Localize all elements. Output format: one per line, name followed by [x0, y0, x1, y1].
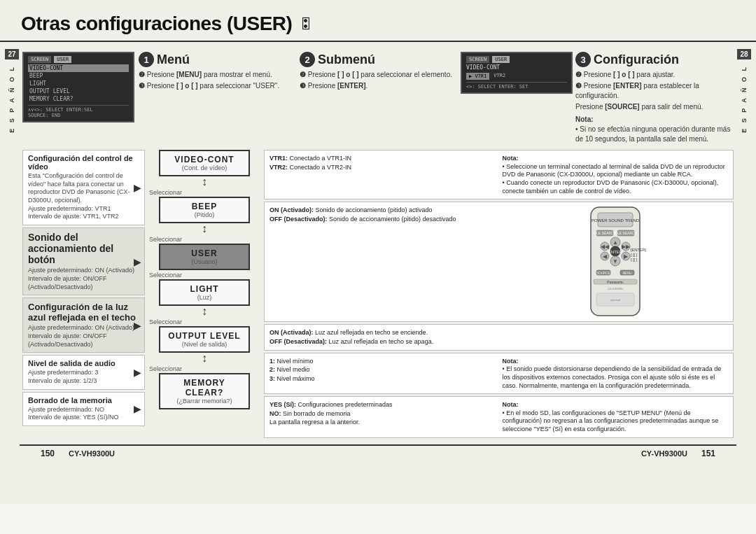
bottom-bar: 150 CY-VH9300U CY-VH9300U 151 [20, 444, 736, 461]
menu-section-light-arrow: ▶ [134, 320, 141, 331]
submenu-output-arrow: ↕ [159, 353, 250, 364]
bottom-left: 150 CY-VH9300U [41, 449, 115, 458]
svg-text:▶: ▶ [624, 253, 629, 260]
svg-text:FILE SEARCH: FILE SEARCH [614, 231, 637, 235]
submenu-beep-select: Seleccionar [149, 189, 182, 196]
submenu-light-title: LIGHT [166, 284, 243, 294]
submenu-memory-block: Seleccionar MEMORY CLEAR? (¿Barrar memor… [149, 365, 260, 409]
config-output-right: Nota: • El sonido puede distorsionarse d… [503, 357, 729, 391]
screen2-tab-user: USER [492, 56, 510, 63]
screen1: SCREEN USER VIDEO-CONT BEEP LIGHT OUTPUT… [22, 52, 134, 122]
config-beep-right: POWER SOUND TREND FILE SEARCH FILE SEARC… [503, 206, 729, 318]
step3-number: 3 [575, 52, 591, 67]
lower-section: Configuración del control de vídeo Esta … [20, 150, 736, 440]
config-beep-left: ON (Activado): Sonido de accionamiento (… [270, 206, 496, 318]
nota-videocont-text: • Seleccione un terminal conectado al te… [503, 163, 729, 196]
screen1-tab-screen: SCREEN [28, 56, 51, 63]
screen1-item-videocont: VIDEO-CONT [28, 64, 129, 72]
config-output-left: 1: Nivel mínimo 2: Nivel medio 3: Nivel … [270, 357, 496, 391]
submenu-beep-box: BEEP (Pitido) [159, 197, 250, 223]
step3-label: Configuración [594, 52, 679, 67]
step3-nota: Nota:• Si no se efectúa ninguna operació… [575, 115, 734, 144]
config-videocont: VTR1: Conectado a VTR1-IN VTR2: Conectad… [264, 150, 734, 199]
vtr2-item: VTR2: Conectado a VTR2-IN [270, 163, 496, 172]
menu-section-light: Configuración de la luzazul reflejada en… [22, 297, 145, 353]
svg-text:MENU: MENU [622, 272, 631, 275]
right-vertical-label: E S P A Ñ O L [741, 65, 748, 133]
menu-section-beep-arrow: ▶ [134, 256, 141, 267]
menu-section-memory-arrow: ▶ [134, 403, 141, 414]
screen2-footer: <>: SELECT ENTER: SET [466, 82, 567, 90]
submenu-output-title: OUTPUT LEVEL [166, 331, 243, 341]
step2-inst2: ❸ Presione [ENTER]. [300, 81, 458, 91]
svg-text:FILE SEARCH: FILE SEARCH [593, 231, 616, 235]
steps-row: 1 Menú ❷ Presione [MENU] para mostrar el… [139, 52, 734, 146]
config-light: ON (Activada): Luz azul reflejada en tec… [264, 324, 734, 350]
memory-no: NO: Sin borrado de memoriaLa pantalla re… [270, 409, 496, 427]
remote-icon: 🎛 [299, 16, 313, 32]
submenu-light-select: Seleccionar [149, 272, 182, 279]
output-1: 1: Nivel mínimo [270, 357, 496, 366]
svg-text:▶▶: ▶▶ [622, 244, 631, 250]
screen2-vtr2: VTR2 [493, 73, 505, 80]
submenu-videocont-block: VIDEO-CONT (Cont. de vídeo) ↕ [149, 150, 260, 188]
config-memory: YES (Sí): Configuraciones predeterminada… [264, 396, 734, 438]
step2-label: Submenú [318, 52, 375, 67]
submenu-output-select: Seleccionar [149, 318, 182, 325]
right-page-num: 28 [737, 49, 751, 59]
svg-text:[ ][ ]: [ ][ ] [631, 253, 638, 257]
submenu-videocont-arrow: ↕ [159, 176, 250, 188]
page-header: Otras configuraciones (USER) 🎛 [0, 0, 756, 42]
nota-output-text: • El sonido puede distorsionarse dependi… [503, 365, 729, 390]
output-2: 2: Nivel medio [270, 365, 496, 374]
bottom-model-right: CY-VH9300U [641, 449, 687, 458]
submenu-memory-sub: (¿Barrar memoria?) [166, 398, 243, 405]
step3-title: 3 Configuración [575, 52, 734, 67]
submenu-user-box: USER (Usuario) [159, 244, 250, 270]
menu-section-videocont: Configuración del control de vídeo Esta … [22, 150, 145, 225]
menu-section-memory-desc: Ajuste predeterminado: NOIntervalo de aj… [28, 406, 139, 422]
svg-text:▼: ▼ [612, 258, 618, 265]
menu-section-videocont-arrow: ▶ [134, 182, 141, 193]
screen1-header: SCREEN USER [28, 56, 129, 63]
submenu-light-box: LIGHT (Luz) [159, 279, 250, 306]
svg-text:◀◀: ◀◀ [601, 244, 610, 250]
svg-text:POWER SOUND TREND: POWER SOUND TREND [592, 218, 640, 223]
submenu-light-block: Seleccionar LIGHT (Luz) ↕ [149, 272, 260, 317]
step1-block: 1 Menú ❷ Presione [MENU] para mostrar el… [139, 52, 297, 146]
menu-section-memory-title: Borrado de la memoria [28, 396, 139, 405]
screen2-videocont-label: VIDEO-CONT [466, 64, 567, 71]
submenu-output-sub: (Nivel de salida) [166, 341, 243, 348]
svg-text:SOURCE: SOURCE [596, 272, 610, 275]
screen2-area: SCREEN USER VIDEO-CONT ▶ VTR1 VTR2 <>: S… [461, 52, 573, 146]
submenu-light-sub: (Luz) [166, 294, 243, 301]
submenu-videocont-sub: (Cont. de vídeo) [166, 164, 243, 171]
config-light-right [503, 328, 729, 346]
config-memory-left: YES (Sí): Configuraciones predeterminada… [270, 400, 496, 434]
config-output: 1: Nivel mínimo 2: Nivel medio 3: Nivel … [264, 353, 734, 395]
screen1-footer: ∧∨<>: SELECT ENTER:SELSOURCE: END [28, 105, 129, 118]
submenu-beep-sub: (Pitido) [166, 211, 243, 218]
menu-section-output-title: Nivel de salida de audio [28, 359, 139, 367]
step2-title: 2 Submenú [300, 52, 458, 67]
step3-inst1: ❷ Presione [ ] o [ ] para ajustar. [575, 70, 734, 80]
svg-text:optional: optional [610, 298, 620, 302]
page-title: Otras configuraciones (USER) [21, 13, 292, 35]
top-section: SCREEN USER VIDEO-CONT BEEP LIGHT OUTPUT… [20, 49, 736, 150]
screen2-vtr1: ▶ VTR1 [466, 73, 489, 80]
config-beep: ON (Activado): Sonido de accionamiento (… [264, 202, 734, 322]
screen2-options: ▶ VTR1 VTR2 [466, 73, 567, 80]
menu-section-beep-desc: Ajuste predeterminado: ON (Activado)Inte… [28, 267, 139, 291]
config-memory-right: Nota: • En el modo SD, las configuracion… [503, 400, 729, 434]
left-panel: Configuración del control de vídeo Esta … [22, 150, 145, 440]
step1-number: 1 [139, 52, 154, 67]
menu-section-videocont-title: Configuración del control de vídeo [28, 154, 139, 171]
menu-section-light-title: Configuración de la luzazul reflejada en… [28, 302, 139, 323]
nota-memory-label: Nota: [503, 400, 729, 409]
beep-on-item: ON (Activado): Sonido de accionamiento (… [270, 206, 496, 215]
screen2-header: SCREEN USER [466, 56, 567, 63]
output-3: 3: Nivel máximo [270, 374, 496, 384]
svg-text:▲: ▲ [612, 239, 618, 246]
menu-section-beep-title: Sonido delaccionamiento del botón [28, 232, 139, 265]
menu-section-output-desc: Ajuste predeterminado: 3Intervalo de aju… [28, 369, 139, 385]
